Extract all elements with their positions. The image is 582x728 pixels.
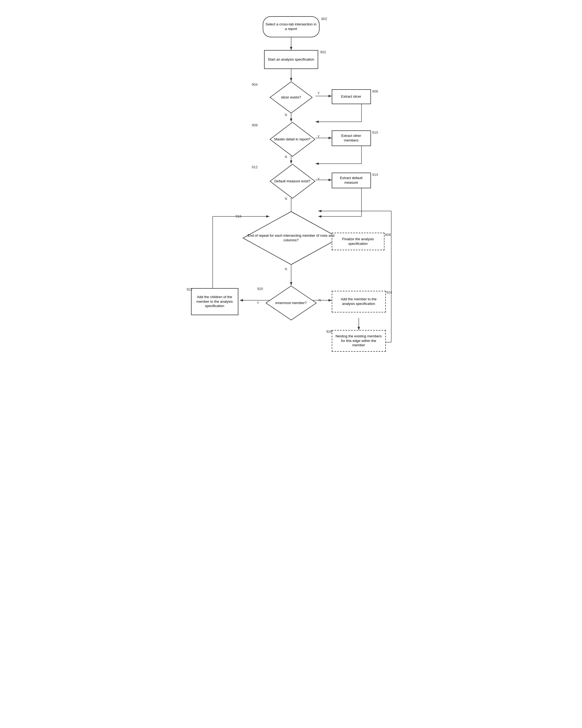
node-908: Master-detail in report?	[270, 122, 315, 157]
ref-904: 904	[252, 82, 258, 86]
label-912-n: N	[285, 197, 287, 201]
ref-908: 908	[252, 123, 258, 127]
label-912-y: Y	[318, 177, 320, 181]
node-920: innermost member?	[265, 285, 317, 320]
flowchart-diagram: Select a cross-tab intersection in a rep…	[186, 5, 397, 655]
ref-910: 910	[372, 130, 378, 134]
node-922: Add the children of the member to the an…	[191, 288, 238, 315]
node-802: Select a cross-tab intersection in a rep…	[263, 16, 320, 37]
ref-924: 924	[386, 290, 392, 294]
node-926: Nesting the existing members for this ed…	[332, 330, 386, 352]
node-902: Start an analysis specification	[264, 50, 318, 69]
label-920-n: N	[319, 298, 321, 302]
ref-912: 912	[252, 165, 258, 169]
ref-906: 906	[372, 89, 378, 93]
node-904: slicer exists?	[270, 81, 313, 113]
ref-902: 902	[320, 50, 326, 54]
ref-916: 916	[236, 214, 242, 218]
ref-914: 914	[372, 173, 378, 177]
node-910: Extract other members	[332, 130, 371, 146]
label-920-y: Y	[257, 301, 259, 305]
label-904-y: Y	[318, 92, 320, 95]
ref-920: 920	[257, 287, 263, 291]
ref-808: 808	[385, 233, 391, 237]
node-906: Extract slicer	[332, 89, 371, 104]
label-916-n: N	[285, 267, 287, 271]
node-924: Add the member to the analysis specifica…	[332, 291, 386, 312]
node-914: Extract default measure	[332, 173, 371, 188]
node-912: Default measure exist?	[270, 164, 315, 199]
label-908-y: Y	[318, 135, 320, 138]
label-908-n: N	[285, 155, 287, 159]
ref-922: 922	[187, 287, 193, 291]
node-916: End of repeat for each intersecting memb…	[243, 211, 340, 265]
label-904-n: N	[285, 113, 287, 117]
ref-802: 802	[322, 17, 327, 21]
ref-926: 926	[326, 330, 332, 334]
